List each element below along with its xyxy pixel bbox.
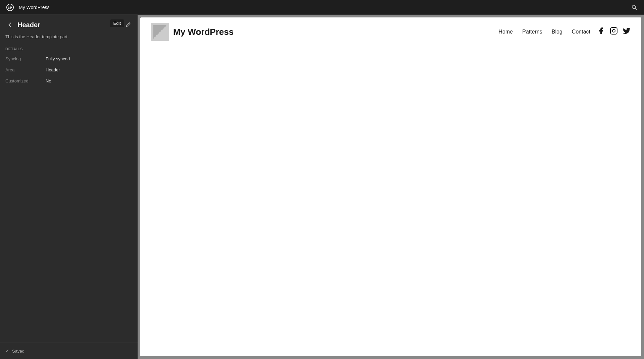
sidebar-title: Header [17,21,121,29]
detail-value-syncing: Fully synced [46,56,70,61]
edit-tooltip: Edit [110,19,124,27]
nav-blog[interactable]: Blog [552,29,562,35]
nav-patterns[interactable]: Patterns [522,29,542,35]
preview-inner: My WordPress Home Patterns Blog Contact [140,17,641,356]
svg-point-3 [612,29,615,32]
social-icons [597,27,631,37]
top-bar: My WordPress [0,0,644,15]
site-title: My WordPress [19,5,50,10]
svg-point-4 [615,29,616,29]
detail-row-customized: Customized No [5,78,132,83]
nav-contact[interactable]: Contact [572,29,590,35]
saved-check-icon: ✓ [5,348,9,354]
saved-text: Saved [12,349,24,354]
site-logo [151,23,169,41]
svg-line-1 [635,8,637,10]
instagram-icon [610,27,618,37]
preview-area: My WordPress Home Patterns Blog Contact [138,15,644,359]
back-button[interactable] [5,20,15,29]
search-button[interactable] [630,3,639,12]
sidebar: Header Edit This is the Header template … [0,15,138,359]
detail-value-customized: No [46,78,51,83]
edit-button[interactable] [123,20,132,29]
detail-row-area: Area Header [5,67,132,72]
svg-rect-2 [610,27,617,34]
main-layout: Header Edit This is the Header template … [0,15,644,359]
preview-content [140,46,641,356]
sidebar-description: This is the Header template part. [0,34,138,47]
site-header-preview: My WordPress Home Patterns Blog Contact [140,17,641,46]
nav-home[interactable]: Home [499,29,513,35]
detail-value-area: Header [46,67,60,72]
details-label: DETAILS [5,47,132,51]
wordpress-logo [5,3,15,12]
detail-key-syncing: Syncing [5,56,46,61]
sidebar-header: Header Edit [0,15,138,34]
detail-key-area: Area [5,67,46,72]
facebook-icon [597,27,605,37]
detail-key-customized: Customized [5,78,46,83]
sidebar-footer: ✓ Saved [0,343,138,359]
site-nav: Home Patterns Blog Contact [499,29,590,35]
preview-site-name: My WordPress [173,27,499,37]
svg-point-0 [632,5,636,8]
twitter-icon [623,27,631,37]
detail-row-syncing: Syncing Fully synced [5,56,132,61]
details-section: DETAILS Syncing Fully synced Area Header… [0,47,138,89]
